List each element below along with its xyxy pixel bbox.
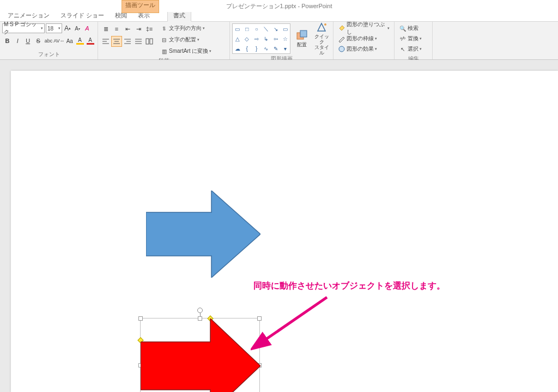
cursor-icon: ↖ — [399, 45, 407, 53]
shape-star-icon[interactable]: ☆ — [281, 34, 290, 44]
annotation-arrow — [251, 294, 338, 354]
text-shadow-button[interactable]: abc — [44, 35, 54, 46]
line-spacing-button[interactable]: ‡≡ — [144, 23, 155, 34]
bullets-button[interactable]: ≣ — [100, 23, 111, 34]
replace-button[interactable]: ᵃ⁄ᵇ 置換▾ — [397, 34, 430, 44]
shape-rect2-icon[interactable]: ▭ — [281, 24, 290, 34]
convert-smartart-button[interactable]: ▥ SmartArt に変換▾ — [158, 46, 214, 56]
ribbon: M S P ゴシック ▾ 18 ▾ A▴ A▾ A B I U S abc AV… — [0, 22, 558, 60]
canvas-area: 同時に動作させたいオブジェクトを選択します。 — [0, 60, 558, 392]
select-button[interactable]: ↖ 選択▾ — [397, 44, 430, 54]
grow-font-button[interactable]: A▴ — [63, 23, 72, 33]
shape-brace2-icon[interactable]: } — [252, 44, 262, 53]
font-name-select[interactable]: M S P ゴシック ▾ — [2, 23, 45, 33]
change-case-button[interactable]: Aa — [64, 35, 75, 46]
align-center-button[interactable] — [111, 36, 122, 47]
shape-arrowline-icon[interactable]: ↘ — [271, 24, 281, 34]
char-spacing-button[interactable]: AV↔ — [53, 35, 64, 46]
find-icon: 🔍 — [399, 24, 407, 32]
shape-cloud-icon[interactable]: ☁ — [233, 44, 242, 53]
font-color-button[interactable]: A — [85, 35, 95, 46]
group-edit: 🔍 検索 ᵃ⁄ᵇ 置換▾ ↖ 選択▾ 編集 — [395, 22, 433, 59]
shape-outline-button[interactable]: 図形の枠線▾ — [336, 34, 392, 44]
clear-formatting-button[interactable]: A — [83, 23, 92, 33]
effects-icon — [338, 45, 345, 53]
shrink-font-button[interactable]: A▾ — [73, 23, 82, 33]
drawing-tools-label: 描画ツール — [125, 2, 155, 8]
align-left-button[interactable] — [100, 36, 111, 47]
selection-box[interactable] — [140, 318, 260, 392]
svg-marker-19 — [141, 318, 260, 392]
shape-textbox-icon[interactable]: ▭ — [233, 24, 242, 34]
svg-rect-15 — [300, 30, 307, 37]
shape-connector-icon[interactable]: ↳ — [262, 34, 271, 44]
shape-effects-button[interactable]: 図形の効果▾ — [336, 44, 392, 54]
numbering-button[interactable]: ≡ — [111, 23, 122, 34]
group-paragraph: ≣ ≡ ⇤ ⇥ ‡≡ — [98, 22, 230, 59]
quick-styles-icon — [316, 21, 327, 33]
arrange-icon — [296, 29, 308, 41]
ribbon-tabs: アニメーション スライド ショー 校閲 表示 書式 — [0, 12, 558, 22]
rotate-handle[interactable] — [197, 308, 203, 313]
find-button[interactable]: 🔍 検索 — [397, 23, 430, 33]
text-align-vert-button[interactable]: ⊟ 文字の配置▾ — [158, 35, 214, 45]
chevron-down-icon: ▾ — [58, 26, 60, 30]
underline-button[interactable]: U — [23, 35, 33, 46]
red-arrow-shape[interactable] — [141, 318, 260, 392]
columns-button[interactable] — [144, 36, 155, 47]
shape-arrow-icon[interactable]: ⇨ — [252, 34, 262, 44]
bold-button[interactable]: B — [2, 35, 13, 46]
svg-line-20 — [260, 297, 327, 343]
svg-rect-13 — [150, 39, 153, 44]
strikethrough-button[interactable]: S — [33, 35, 44, 46]
text-direction-button[interactable]: ⥮ 文字列の方向▾ — [158, 23, 214, 33]
bucket-icon — [338, 24, 345, 32]
quick-styles-button[interactable]: クイック スタイル — [312, 23, 331, 54]
shape-line-icon[interactable]: ＼ — [262, 24, 271, 34]
shape-triangle-icon[interactable]: △ — [233, 34, 242, 44]
shape-rect-icon[interactable]: □ — [242, 24, 252, 34]
font-highlight-button[interactable]: A — [75, 35, 85, 46]
shape-brace-icon[interactable]: { — [242, 44, 252, 53]
group-label-font: フォント — [2, 50, 95, 59]
increase-indent-button[interactable]: ⇥ — [133, 23, 144, 34]
font-size-value: 18 — [47, 26, 53, 32]
drawing-tools-contextual-tab[interactable]: 描画ツール — [122, 0, 159, 13]
italic-button[interactable]: I — [13, 35, 23, 46]
title-bar: 描画ツール プレゼンテーション1.pptx - PowerPoint — [0, 0, 558, 12]
decrease-indent-button[interactable]: ⇤ — [122, 23, 133, 34]
svg-marker-18 — [146, 191, 260, 278]
align-right-button[interactable] — [122, 36, 133, 47]
smartart-icon: ▥ — [160, 47, 168, 55]
arrange-button[interactable]: 配置 — [293, 23, 311, 54]
shape-freeform-icon[interactable]: ✎ — [271, 44, 281, 53]
font-name-value: M S P ゴシック — [4, 21, 41, 36]
slide[interactable]: 同時に動作させたいオブジェクトを選択します。 — [11, 71, 558, 392]
window-title: プレゼンテーション1.pptx - PowerPoint — [226, 2, 332, 10]
shapes-gallery[interactable]: ▭ □ ○ ＼ ↘ ▭ △ ◇ ⇨ ↳ ⇦ ☆ ☁ { } ∿ ✎ ▾ — [232, 23, 290, 54]
svg-point-16 — [324, 23, 326, 26]
pen-icon — [338, 35, 345, 42]
shape-diamond-icon[interactable]: ◇ — [242, 34, 252, 44]
svg-point-17 — [339, 46, 344, 52]
text-align-icon: ⊟ — [160, 36, 168, 44]
annotation-text: 同時に動作させたいオブジェクトを選択します。 — [253, 280, 445, 292]
group-shape-style: 図形の塗りつぶし▾ 図形の枠線▾ 図形の効果▾ — [333, 22, 395, 59]
shape-oval-icon[interactable]: ○ — [252, 24, 262, 34]
svg-rect-12 — [146, 39, 149, 44]
chevron-down-icon: ▾ — [41, 26, 43, 30]
replace-icon: ᵃ⁄ᵇ — [399, 35, 407, 42]
font-size-select[interactable]: 18 ▾ — [46, 23, 62, 33]
shape-arrow2-icon[interactable]: ⇦ — [271, 34, 281, 44]
gallery-more-icon[interactable]: ▾ — [281, 44, 290, 53]
shape-curve-icon[interactable]: ∿ — [262, 44, 271, 53]
justify-button[interactable] — [133, 36, 144, 47]
text-direction-icon: ⥮ — [160, 24, 168, 32]
blue-arrow-shape[interactable] — [146, 191, 260, 278]
group-shapes: ▭ □ ○ ＼ ↘ ▭ △ ◇ ⇨ ↳ ⇦ ☆ ☁ { } ∿ ✎ ▾ — [230, 22, 333, 59]
group-font: M S P ゴシック ▾ 18 ▾ A▴ A▾ A B I U S abc AV… — [0, 22, 98, 59]
shape-fill-button[interactable]: 図形の塗りつぶし▾ — [336, 23, 392, 33]
